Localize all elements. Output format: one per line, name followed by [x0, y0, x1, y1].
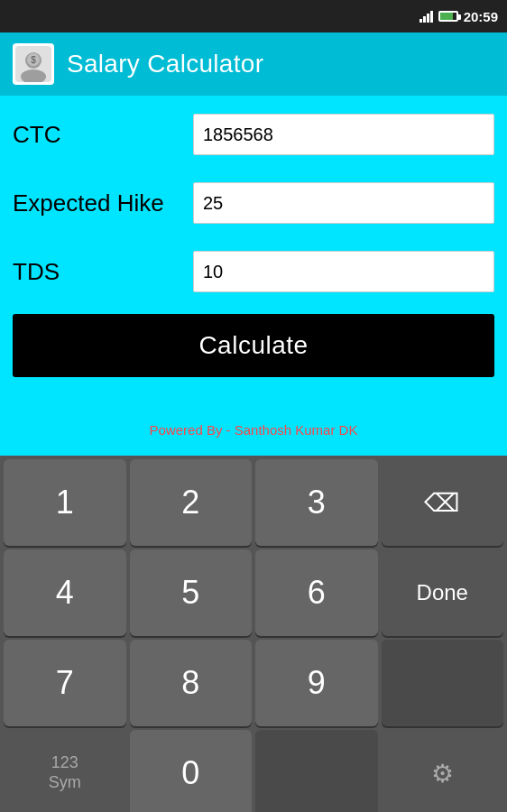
- app-icon: $: [13, 43, 54, 85]
- main-content: CTC Expected Hike TDS Calculate Powered …: [0, 96, 507, 456]
- key-2[interactable]: 2: [130, 459, 253, 546]
- calculate-button[interactable]: Calculate: [13, 314, 494, 377]
- keyboard-row-1: 1 2 3 ⌫: [4, 459, 503, 546]
- time-display: 20:59: [464, 9, 498, 24]
- key-empty-r4: [255, 730, 378, 812]
- key-empty-r3: [382, 640, 504, 726]
- keyboard-row-4: 123Sym 0 ⚙: [4, 730, 503, 812]
- key-0[interactable]: 0: [130, 730, 253, 812]
- ctc-field-row: CTC: [13, 105, 494, 164]
- ctc-input[interactable]: [193, 114, 494, 155]
- app-title: Salary Calculator: [67, 50, 263, 78]
- gear-icon: ⚙: [431, 759, 454, 789]
- key-3[interactable]: 3: [255, 459, 378, 546]
- key-sym[interactable]: 123Sym: [4, 730, 126, 812]
- backspace-icon: ⌫: [424, 488, 460, 518]
- app-header: $ Salary Calculator: [0, 32, 507, 96]
- key-8[interactable]: 8: [130, 640, 253, 726]
- tds-field-row: TDS: [13, 242, 494, 301]
- signal-icon: [419, 10, 433, 23]
- status-bar: 20:59: [0, 0, 507, 32]
- key-1[interactable]: 1: [4, 459, 126, 546]
- key-5[interactable]: 5: [130, 549, 253, 636]
- expected-hike-label: Expected Hike: [13, 189, 193, 217]
- key-7[interactable]: 7: [4, 640, 126, 726]
- tds-input[interactable]: [193, 251, 494, 292]
- expected-hike-input[interactable]: [193, 182, 494, 224]
- key-done[interactable]: Done: [382, 549, 504, 636]
- tds-label: TDS: [13, 258, 193, 286]
- keyboard-row-3: 7 8 9: [4, 640, 503, 726]
- powered-by: Powered By - Santhosh Kumar DK: [13, 422, 494, 438]
- key-backspace[interactable]: ⌫: [382, 459, 504, 546]
- svg-text:$: $: [31, 55, 36, 65]
- keyboard-row-2: 4 5 6 Done: [4, 549, 503, 636]
- key-9[interactable]: 9: [255, 640, 378, 726]
- key-4[interactable]: 4: [4, 549, 126, 636]
- battery-icon: [438, 11, 458, 22]
- expected-hike-field-row: Expected Hike: [13, 173, 494, 233]
- ctc-label: CTC: [13, 121, 193, 149]
- keyboard: 1 2 3 ⌫ 4 5 6 Done 7 8 9 123Sym 0 ⚙: [0, 456, 507, 812]
- key-settings[interactable]: ⚙: [382, 730, 504, 812]
- key-6[interactable]: 6: [255, 549, 378, 636]
